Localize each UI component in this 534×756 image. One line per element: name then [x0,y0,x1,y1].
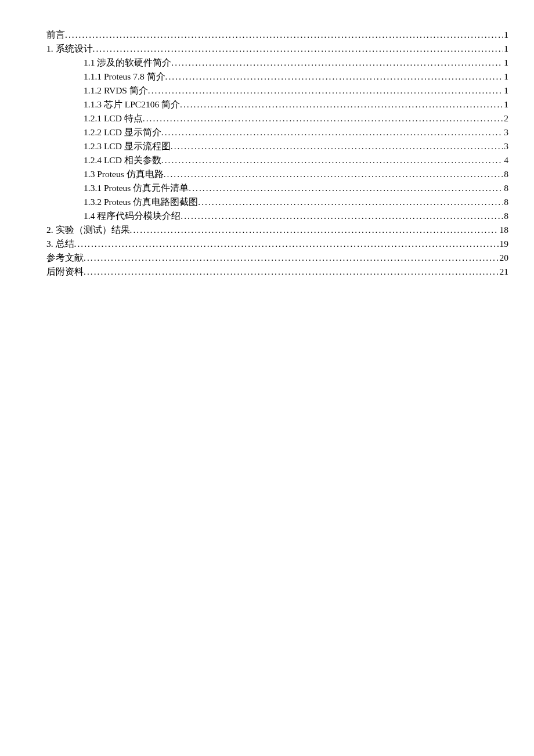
toc-entry-page: 1 [503,42,508,56]
toc-entry-label: 1.2.2 LCD 显示简介 [84,125,161,139]
toc-entry-page: 4 [503,153,508,167]
toc-leader-dots [161,125,503,139]
toc-entry[interactable]: 参考文献20 [46,251,508,265]
toc-entry-label: 后附资料 [46,265,84,279]
toc-entry-label: 参考文献 [46,251,84,265]
toc-entry[interactable]: 1.3.2 Proteus 仿真电路图截图 8 [46,195,508,209]
toc-entry-label: 1.1.3 芯片 LPC2106 简介 [84,98,180,111]
toc-entry[interactable]: 1.2.3 LCD 显示流程图 3 [46,139,508,153]
toc-entry-page: 21 [499,265,509,279]
toc-leader-dots [171,56,503,70]
toc-leader-dots [93,42,503,56]
toc-entry-label: 1.4 程序代码分模块介绍 [84,209,181,223]
toc-entry-page: 3 [503,125,508,139]
toc-entry-label: 1.2.1 LCD 特点 [84,111,143,125]
toc-entry-label: 1.1 涉及的软硬件简介 [84,56,171,70]
toc-entry[interactable]: 1.1 涉及的软硬件简介 1 [46,56,508,70]
toc-entry-page: 18 [499,223,509,237]
toc-entry[interactable]: 1.3.1 Proteus 仿真元件清单 8 [46,181,508,195]
toc-leader-dots [189,181,503,195]
toc-entry[interactable]: 1.1.2 RVDS 简介 1 [46,84,508,98]
toc-entry-page: 8 [503,209,508,223]
toc-leader-dots [164,167,503,181]
toc-leader-dots [148,84,503,98]
toc-leader-dots [65,28,503,42]
toc-entry[interactable]: 1.1.1 Proteus 7.8 简介 1 [46,70,508,84]
toc-entry-page: 1 [503,28,508,42]
toc-leader-dots [171,139,503,153]
toc-entry[interactable]: 1. 系统设计1 [46,42,508,56]
toc-entry-label: 1.2.3 LCD 显示流程图 [84,139,171,153]
toc-entry-page: 20 [499,251,509,265]
toc-leader-dots [130,223,499,237]
toc-entry-label: 前言 [46,28,65,42]
toc-entry-label: 1.2.4 LCD 相关参数 [84,153,161,167]
toc-leader-dots [198,195,503,209]
toc-entry-page: 8 [503,195,508,209]
toc-entry[interactable]: 2. 实验（测试）结果18 [46,223,508,237]
toc-leader-dots [180,98,503,111]
toc-entry-page: 3 [503,139,508,153]
toc-entry-label: 1.1.1 Proteus 7.8 简介 [84,70,165,84]
toc-entry-label: 1.3.2 Proteus 仿真电路图截图 [84,195,198,209]
toc-entry[interactable]: 1.2.4 LCD 相关参数 4 [46,153,508,167]
toc-entry-page: 2 [503,111,508,125]
toc-entry-label: 3. 总结 [46,237,74,251]
toc-entry-page: 8 [503,167,508,181]
toc-entry[interactable]: 1.2.2 LCD 显示简介 3 [46,125,508,139]
toc-entry[interactable]: 3. 总结19 [46,237,508,251]
toc-entry-label: 1.3.1 Proteus 仿真元件清单 [84,181,189,195]
toc-entry-page: 19 [499,237,509,251]
toc-leader-dots [84,265,499,279]
toc-entry[interactable]: 前言1 [46,28,508,42]
toc-leader-dots [165,70,503,84]
toc-entry-page: 1 [503,70,508,84]
toc-entry-page: 1 [503,56,508,70]
document-page: 前言11. 系统设计11.1 涉及的软硬件简介 11.1.1 Proteus 7… [0,0,534,756]
toc-leader-dots [143,111,503,125]
table-of-contents: 前言11. 系统设计11.1 涉及的软硬件简介 11.1.1 Proteus 7… [46,28,508,279]
toc-entry-page: 8 [503,181,508,195]
toc-leader-dots [84,251,499,265]
toc-entry[interactable]: 1.3 Proteus 仿真电路 8 [46,167,508,181]
toc-entry[interactable]: 1.2.1 LCD 特点 2 [46,111,508,125]
toc-entry-page: 1 [503,84,508,98]
toc-entry-label: 1.1.2 RVDS 简介 [84,84,148,98]
toc-entry[interactable]: 1.4 程序代码分模块介绍8 [46,209,508,223]
toc-entry[interactable]: 后附资料21 [46,265,508,279]
toc-leader-dots [74,237,499,251]
toc-leader-dots [181,209,503,223]
toc-entry-label: 1. 系统设计 [46,42,93,56]
toc-entry-page: 1 [503,98,508,111]
toc-entry[interactable]: 1.1.3 芯片 LPC2106 简介1 [46,98,508,111]
toc-leader-dots [161,153,503,167]
toc-entry-label: 1.3 Proteus 仿真电路 [84,167,164,181]
toc-entry-label: 2. 实验（测试）结果 [46,223,130,237]
